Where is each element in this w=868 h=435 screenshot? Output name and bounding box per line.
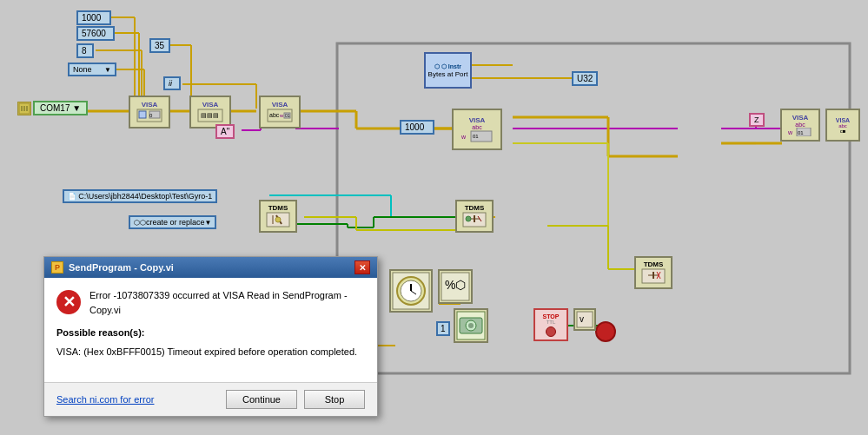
svg-text:abc: abc [269,112,280,118]
dialog-footer: Search ni.com for error Continue Stop [44,382,377,416]
stop-button[interactable]: Stop [304,390,365,409]
possible-reasons-label: Possible reason(s): [56,327,365,338]
const-57600: 57600 [76,26,115,41]
dialog-titlebar: P SendProgram - Copy.vi ✕ [44,257,377,278]
svg-point-88 [466,216,471,221]
tdms-open-node: TDMS [259,200,297,233]
visa-final-2: VISA abc c■ [825,109,860,142]
svg-text:01: 01 [473,134,479,139]
camera-node [454,308,488,343]
stop-button-node[interactable]: STOP TTL [533,308,568,341]
svg-text:w: w [788,129,793,135]
svg-point-84 [275,217,281,222]
svg-rect-68 [139,111,146,118]
com17-icon [17,102,31,115]
filepath-const: 📄 C:\Users\jbh2844\Desktop\Test\Gyro-1 [63,189,217,203]
const-35: 35 [149,38,170,53]
svg-point-100 [468,323,474,328]
error-reason-text: VISA: (Hex 0xBFFF0015) Timeout expired b… [56,345,365,359]
visa-read-node: VISA abc w 01 [452,109,502,150]
dialog-body: ✕ Error -1073807339 occurred at VISA Rea… [44,278,377,382]
svg-text:01: 01 [285,113,290,118]
com17-control[interactable]: COM17 ▼ [17,101,88,115]
com17-value: COM17 ▼ [33,101,88,115]
svg-text:▤▤▤: ▤▤▤ [201,112,219,118]
z-indicator: Z [749,113,765,127]
svg-text:w: w [279,113,284,118]
tdms-close-node: TDMS [634,256,673,289]
svg-text:w: w [461,134,467,140]
error-message: Error -1073807339 occurred at VISA Read … [89,288,365,317]
dialog-title: SendProgram - Copy.vi [69,262,174,273]
percent-node: %⬡ [438,269,473,304]
const-1: 1 [436,321,450,336]
v-node: v [573,308,596,331]
svg-text:%⬡: %⬡ [445,278,466,292]
search-ni-link[interactable]: Search ni.com for error [56,394,154,405]
bytes-at-port-node: ⬡ ⬡ Instr Bytes at Port [424,52,472,89]
const-1000-mid: 1000 [400,120,434,135]
const-8: 8 [76,43,94,58]
dialog-title-icon: P [51,261,63,274]
dialog-close-button[interactable]: ✕ [354,260,370,274]
const-1000-top: 1000 [76,10,111,25]
visa-open-node: VISA 0 [129,96,170,129]
error-dialog: P SendProgram - Copy.vi ✕ ✕ Error -10738… [43,256,378,417]
const-ii: ii [163,76,181,90]
dialog-buttons: Continue Stop [226,390,365,409]
visa-final-1: VISA abc w 01 [780,109,820,142]
timer-node [389,269,433,313]
visa-write-node: VISA abc w 01 [259,96,301,129]
svg-text:01: 01 [798,130,804,135]
stop-indicator [595,321,616,342]
svg-text:v: v [580,314,584,324]
error-icon: ✕ [56,290,81,314]
const-a-string: A" [215,124,235,139]
u32-indicator: U32 [572,71,598,86]
tdms-write-node: TDMS [455,200,494,233]
continue-button[interactable]: Continue [226,390,297,409]
const-none[interactable]: None ▼ [68,63,116,76]
create-or-replace-const[interactable]: ⬡⬡ create or replace ▼ [129,215,216,229]
